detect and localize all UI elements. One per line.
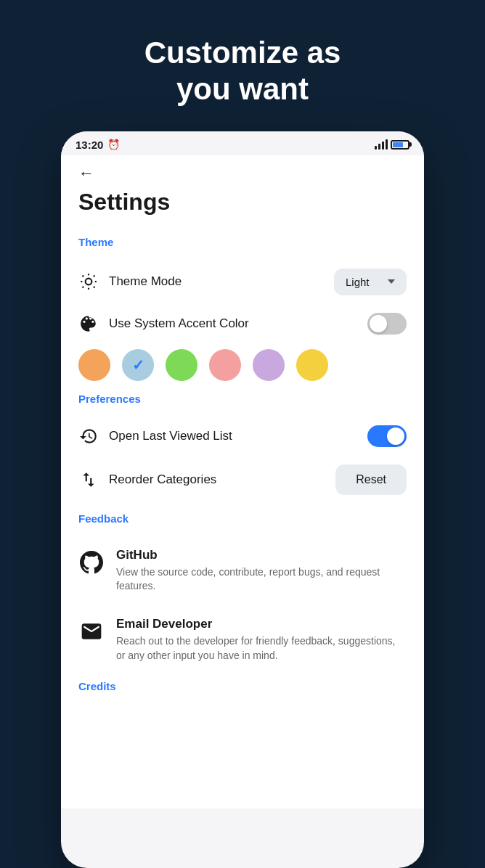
svg-point-0: [86, 279, 92, 285]
swatch-checkmark: ✓: [132, 356, 144, 374]
status-bar: 13:20 ⏰: [61, 131, 424, 155]
open-last-viewed-label: Open Last Viewed List: [109, 429, 232, 443]
github-text-block: GitHub View the source code, contribute,…: [116, 548, 407, 594]
palette-icon: [78, 314, 99, 334]
battery-fill: [393, 142, 403, 147]
color-swatch-purple[interactable]: [253, 349, 285, 381]
reorder-icon: [78, 470, 99, 490]
feedback-section-label: Feedback: [78, 512, 407, 525]
email-description: Reach out to the developer for friendly …: [116, 634, 407, 663]
back-button[interactable]: ←: [78, 155, 407, 189]
email-text-block: Email Developer Reach out to the develop…: [116, 617, 407, 663]
theme-mode-icon: [78, 271, 99, 292]
open-last-viewed-row: Open Last Viewed List: [78, 417, 407, 456]
svg-line-3: [83, 276, 84, 277]
toggle-thumb-on: [387, 427, 404, 445]
email-title: Email Developer: [116, 617, 407, 631]
color-swatch-yellow[interactable]: [296, 349, 328, 381]
accent-color-left: Use System Accent Color: [78, 314, 249, 334]
svg-line-8: [94, 276, 95, 277]
status-icons: [375, 139, 409, 150]
accent-color-toggle[interactable]: [367, 313, 407, 335]
preferences-section-label: Preferences: [78, 393, 407, 405]
reorder-categories-label: Reorder Categories: [109, 472, 216, 487]
accent-color-label: Use System Accent Color: [109, 316, 249, 331]
accent-color-row: Use System Accent Color: [78, 304, 407, 343]
github-icon: [78, 549, 105, 576]
github-title: GitHub: [116, 548, 407, 562]
signal-bars: [375, 139, 388, 150]
email-icon: [78, 618, 105, 644]
github-item[interactable]: GitHub View the source code, contribute,…: [78, 536, 407, 605]
phone-frame: 13:20 ⏰ ← Settings Theme: [61, 131, 424, 868]
color-swatch-orange[interactable]: [78, 349, 110, 381]
theme-mode-dropdown[interactable]: Light: [334, 269, 407, 295]
history-icon: [78, 426, 99, 446]
reorder-categories-row: Reorder Categories Reset: [78, 456, 407, 504]
open-last-viewed-left: Open Last Viewed List: [78, 426, 232, 446]
reorder-categories-left: Reorder Categories: [78, 470, 216, 490]
color-swatches: ✓: [78, 343, 407, 393]
theme-mode-label: Theme Mode: [109, 274, 182, 289]
theme-mode-left: Theme Mode: [78, 271, 182, 292]
email-developer-item[interactable]: Email Developer Reach out to the develop…: [78, 605, 407, 674]
alarm-icon: ⏰: [107, 139, 120, 150]
theme-mode-row: Theme Mode Light: [78, 260, 407, 304]
open-last-viewed-toggle[interactable]: [367, 425, 407, 447]
hero-title: Customize as you want: [29, 35, 456, 108]
reset-button[interactable]: Reset: [335, 464, 407, 495]
screen-content: ← Settings Theme: [61, 155, 424, 808]
theme-mode-value: Light: [346, 276, 370, 288]
color-swatch-blue[interactable]: ✓: [122, 349, 154, 381]
battery-icon: [391, 140, 409, 150]
back-arrow-icon: ←: [78, 164, 94, 182]
theme-section-label: Theme: [78, 236, 407, 248]
credits-section-label: Credits: [78, 680, 407, 692]
color-swatch-green[interactable]: [166, 349, 197, 381]
github-description: View the source code, contribute, report…: [116, 565, 407, 594]
color-swatch-pink[interactable]: [209, 349, 241, 381]
toggle-thumb: [370, 315, 387, 332]
svg-line-7: [83, 287, 84, 288]
chevron-down-icon: [388, 279, 395, 284]
page-title: Settings: [78, 189, 407, 216]
status-time: 13:20: [76, 139, 103, 151]
svg-line-4: [94, 287, 95, 288]
